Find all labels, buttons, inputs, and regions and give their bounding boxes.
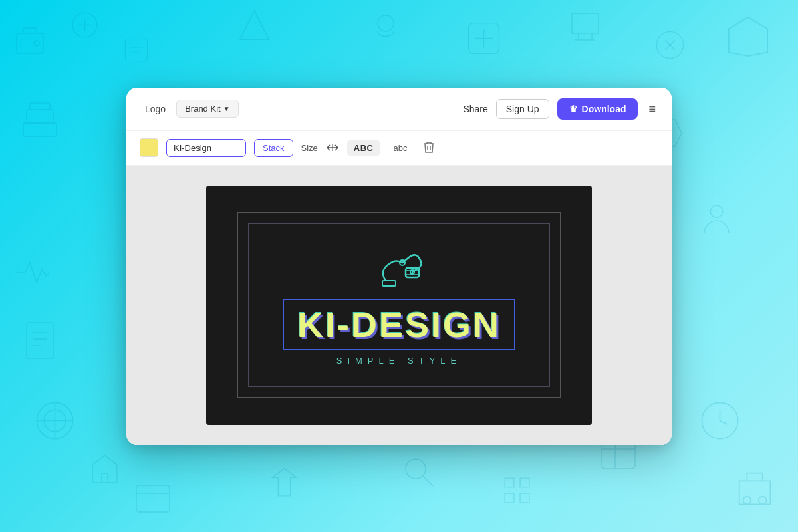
- robot-icon: [366, 244, 432, 293]
- chevron-down-icon: ▼: [223, 105, 230, 112]
- svg-point-1: [34, 41, 39, 46]
- text-uppercase-button[interactable]: ABC: [347, 140, 380, 156]
- svg-rect-22: [382, 281, 396, 286]
- header: Logo Brand Kit ▼ Share Sign Up ♛ Downloa…: [126, 88, 672, 131]
- brand-kit-button[interactable]: Brand Kit ▼: [176, 100, 238, 118]
- text-lowercase-button[interactable]: abc: [388, 140, 412, 156]
- logo-main-text: KI-DESIGN: [297, 304, 501, 345]
- svg-rect-3: [125, 39, 147, 61]
- svg-point-10: [37, 402, 72, 438]
- download-label: Download: [582, 104, 626, 114]
- svg-rect-5: [469, 23, 499, 54]
- logo-inner: KI-DESIGN SIMPLE STYLE: [248, 223, 550, 387]
- app-window: Logo Brand Kit ▼ Share Sign Up ♛ Downloa…: [126, 88, 672, 445]
- svg-point-11: [44, 410, 66, 432]
- size-label[interactable]: Size: [301, 143, 318, 153]
- canvas-area: KI-DESIGN SIMPLE STYLE: [126, 166, 672, 445]
- svg-point-17: [710, 205, 722, 217]
- stack-button[interactable]: Stack: [254, 139, 293, 157]
- svg-point-6: [656, 31, 683, 58]
- crown-icon: ♛: [569, 104, 578, 114]
- svg-point-14: [759, 497, 767, 505]
- color-swatch[interactable]: [140, 138, 158, 157]
- svg-point-16: [406, 459, 426, 479]
- resize-icon[interactable]: [326, 142, 339, 153]
- svg-rect-0: [17, 33, 43, 53]
- svg-point-13: [743, 497, 751, 505]
- svg-rect-9: [30, 103, 50, 110]
- toolbar: Stack Size ABC abc: [126, 131, 672, 166]
- brand-kit-label: Brand Kit: [185, 104, 220, 114]
- signup-button[interactable]: Sign Up: [496, 99, 549, 119]
- svg-rect-18: [27, 323, 53, 359]
- header-left: Logo Brand Kit ▼: [140, 100, 239, 118]
- header-right: Share Sign Up ♛ Download ≡: [463, 98, 658, 120]
- menu-button[interactable]: ≡: [646, 100, 658, 118]
- download-button[interactable]: ♛ Download: [557, 98, 638, 120]
- share-button[interactable]: Share: [463, 104, 487, 114]
- logo-nav-item[interactable]: Logo: [140, 101, 171, 117]
- logo-canvas: KI-DESIGN SIMPLE STYLE: [206, 186, 592, 425]
- logo-sub-text: SIMPLE STYLE: [336, 356, 462, 366]
- svg-point-4: [378, 15, 394, 31]
- svg-point-2: [72, 13, 97, 37]
- name-input[interactable]: [166, 139, 246, 157]
- delete-button[interactable]: [420, 138, 438, 158]
- svg-rect-8: [27, 110, 53, 123]
- svg-rect-15: [136, 485, 170, 512]
- svg-rect-7: [23, 123, 57, 136]
